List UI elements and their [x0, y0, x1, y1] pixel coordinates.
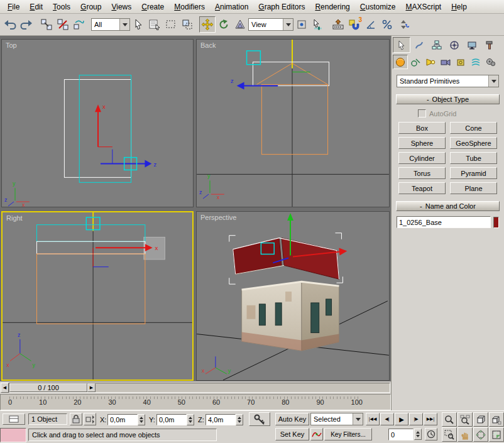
- set-key-button[interactable]: Set Key: [275, 428, 309, 440]
- primitive-button[interactable]: GeoSphere: [450, 137, 497, 149]
- viewport-top-label[interactable]: Top: [6, 41, 17, 49]
- zoom-extents-button[interactable]: [473, 412, 488, 427]
- primitive-button[interactable]: Torus: [398, 167, 446, 179]
- menu-item[interactable]: MAXScript: [401, 1, 447, 13]
- play-button[interactable]: ▶: [395, 413, 408, 425]
- y-coordinate-spinner[interactable]: [187, 414, 194, 425]
- x-coordinate-spinner[interactable]: [138, 414, 145, 425]
- maxscript-mini-listener[interactable]: [0, 428, 26, 442]
- time-slider-right-arrow[interactable]: ▶: [87, 383, 96, 392]
- unlink-selection-button[interactable]: [55, 16, 71, 33]
- primitive-button[interactable]: Plane: [450, 182, 497, 194]
- primitive-button[interactable]: Sphere: [398, 137, 446, 149]
- tab-hierarchy[interactable]: [428, 37, 446, 53]
- tab-display[interactable]: [463, 37, 481, 53]
- time-slider-track[interactable]: 0 / 100 ▶: [9, 383, 390, 393]
- select-and-scale-button[interactable]: [232, 16, 248, 33]
- zoom-extents-all-button[interactable]: [489, 412, 504, 427]
- menu-item[interactable]: Create: [136, 1, 169, 13]
- menu-item[interactable]: Group: [75, 1, 106, 13]
- category-shapes[interactable]: [408, 55, 423, 69]
- category-helpers[interactable]: [453, 55, 468, 69]
- select-and-rotate-button[interactable]: [216, 16, 232, 33]
- percent-snap-button[interactable]: [379, 16, 395, 33]
- z-coordinate-input[interactable]: [205, 414, 236, 425]
- viewport-perspective-label[interactable]: Perspective: [200, 214, 236, 221]
- spinner-snap-button[interactable]: [395, 16, 412, 33]
- viewport-right[interactable]: Right x z x y: [1, 211, 194, 381]
- viewport-top[interactable]: Top x z y z x: [1, 39, 194, 207]
- key-mode-dropdown[interactable]: Selected: [310, 413, 363, 425]
- absolute-offset-toggle[interactable]: [84, 413, 96, 425]
- angle-snap-button[interactable]: [363, 16, 379, 33]
- menu-item[interactable]: Help: [446, 1, 472, 13]
- new-key-default-tangent-button[interactable]: [310, 428, 323, 440]
- category-geometry[interactable]: [393, 55, 408, 69]
- menu-item[interactable]: Modifiers: [169, 1, 210, 13]
- object-color-swatch[interactable]: [493, 217, 499, 228]
- autogrid-checkbox[interactable]: [418, 109, 426, 118]
- maximize-viewport-toggle[interactable]: [489, 427, 504, 442]
- key-mode-arrow[interactable]: [353, 413, 363, 425]
- primitive-category-dropdown[interactable]: Standard Primitives: [397, 75, 499, 87]
- mini-listener-toggle[interactable]: [3, 413, 25, 425]
- viewport-back[interactable]: Back z y z x: [196, 39, 390, 207]
- go-to-end-button[interactable]: ▶▶|: [424, 413, 437, 425]
- menu-item[interactable]: Tools: [48, 1, 75, 13]
- next-frame-button[interactable]: |▶: [409, 413, 423, 425]
- transform-gizmo-top[interactable]: x z: [95, 103, 156, 170]
- go-to-start-button[interactable]: |◀◀: [366, 413, 380, 425]
- region-zoom-button[interactable]: [442, 427, 457, 442]
- x-coordinate-input[interactable]: [107, 414, 138, 425]
- zoom-button[interactable]: [442, 412, 457, 427]
- pan-button[interactable]: [457, 427, 473, 442]
- menu-item[interactable]: Graph Editors: [253, 1, 310, 13]
- selection-filter-dropdown[interactable]: All: [91, 18, 130, 31]
- name-and-color-rollout-header[interactable]: - Name and Color: [396, 201, 500, 211]
- previous-frame-button[interactable]: ◀|: [380, 413, 394, 425]
- building-model[interactable]: [229, 233, 343, 351]
- primitive-button[interactable]: Pyramid: [450, 167, 497, 179]
- time-configuration-button[interactable]: [425, 428, 437, 440]
- menu-item[interactable]: Rendering: [310, 1, 354, 13]
- keyboard-override-button[interactable]: [330, 16, 346, 33]
- current-frame-spinner[interactable]: [414, 429, 422, 440]
- window-crossing-button[interactable]: [179, 16, 195, 33]
- category-lights[interactable]: [423, 55, 438, 69]
- tab-motion[interactable]: [446, 37, 463, 53]
- viewport-back-label[interactable]: Back: [200, 41, 216, 49]
- menu-item[interactable]: Customize: [355, 1, 401, 13]
- track-bar[interactable]: 0102030405060708090100: [0, 394, 391, 410]
- category-spacewarps[interactable]: [468, 55, 483, 69]
- primitive-button[interactable]: Teapot: [398, 182, 446, 194]
- use-pivot-center-button[interactable]: [293, 16, 310, 33]
- category-systems[interactable]: [483, 55, 498, 69]
- tab-modify[interactable]: [410, 37, 428, 53]
- menu-item[interactable]: Edit: [25, 1, 48, 13]
- primitive-button[interactable]: Tube: [450, 152, 497, 164]
- selection-region-button[interactable]: [163, 16, 179, 33]
- snap-toggle-button[interactable]: 3: [346, 16, 363, 33]
- zoom-all-button[interactable]: [457, 412, 473, 427]
- primitive-category-arrow[interactable]: [488, 75, 498, 87]
- tab-create[interactable]: [393, 37, 410, 53]
- category-cameras[interactable]: [438, 55, 453, 69]
- z-coordinate-spinner[interactable]: [236, 414, 243, 425]
- key-filters-button[interactable]: Key Filters...: [324, 428, 372, 440]
- object-name-input[interactable]: [397, 216, 491, 228]
- time-slider-thumb[interactable]: 0 / 100: [9, 383, 87, 392]
- set-keys-button[interactable]: [249, 412, 270, 426]
- transform-gizmo-back[interactable]: z: [231, 51, 278, 90]
- reference-coordinate-dropdown[interactable]: View: [248, 18, 293, 31]
- select-object-button[interactable]: [130, 16, 146, 33]
- viewport-perspective[interactable]: Perspective: [196, 211, 390, 381]
- auto-key-button[interactable]: Auto Key: [275, 413, 309, 425]
- object-type-rollout-header[interactable]: - Object Type: [396, 94, 500, 104]
- selection-filter-arrow[interactable]: [119, 19, 129, 30]
- menu-item[interactable]: Views: [106, 1, 136, 13]
- primitive-button[interactable]: Cylinder: [398, 152, 446, 164]
- arc-rotate-button[interactable]: [473, 427, 488, 442]
- bind-to-spacewarp-button[interactable]: [71, 16, 87, 33]
- current-frame-input[interactable]: [388, 429, 414, 440]
- viewport-right-label[interactable]: Right: [6, 214, 23, 222]
